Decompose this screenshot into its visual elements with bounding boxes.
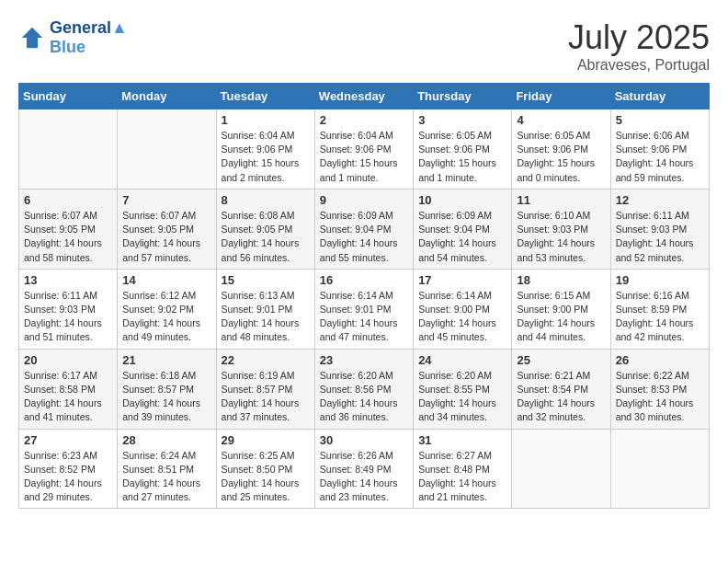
day-info: Sunrise: 6:09 AMSunset: 9:04 PMDaylight:… — [418, 209, 506, 265]
calendar-cell: 21 Sunrise: 6:18 AMSunset: 8:57 PMDaylig… — [118, 349, 216, 429]
calendar-cell — [19, 109, 118, 190]
col-wednesday: Wednesday — [314, 84, 413, 109]
day-info: Sunrise: 6:07 AMSunset: 9:05 PMDaylight:… — [122, 209, 210, 265]
day-info: Sunrise: 6:24 AMSunset: 8:51 PMDaylight:… — [122, 449, 210, 505]
day-info: Sunrise: 6:14 AMSunset: 9:01 PMDaylight:… — [320, 289, 408, 345]
calendar-cell: 7 Sunrise: 6:07 AMSunset: 9:05 PMDayligh… — [118, 189, 216, 269]
logo-icon — [18, 24, 46, 52]
col-friday: Friday — [512, 84, 610, 109]
day-number: 7 — [122, 193, 210, 207]
day-number: 13 — [24, 273, 112, 287]
day-number: 31 — [418, 433, 506, 447]
col-sunday: Sunday — [19, 84, 118, 109]
day-number: 30 — [320, 433, 408, 447]
calendar-cell: 25 Sunrise: 6:21 AMSunset: 8:54 PMDaylig… — [512, 349, 610, 429]
day-number: 14 — [122, 273, 210, 287]
calendar-cell: 8 Sunrise: 6:08 AMSunset: 9:05 PMDayligh… — [216, 189, 314, 269]
day-info: Sunrise: 6:05 AMSunset: 9:06 PMDaylight:… — [418, 129, 506, 185]
logo-text: General▲ Blue — [50, 18, 128, 57]
day-number: 3 — [418, 113, 506, 127]
day-info: Sunrise: 6:26 AMSunset: 8:49 PMDaylight:… — [320, 449, 408, 505]
calendar-cell: 26 Sunrise: 6:22 AMSunset: 8:53 PMDaylig… — [610, 349, 709, 429]
calendar-cell: 10 Sunrise: 6:09 AMSunset: 9:04 PMDaylig… — [414, 189, 512, 269]
day-info: Sunrise: 6:05 AMSunset: 9:06 PMDaylight:… — [517, 129, 605, 185]
day-number: 17 — [418, 273, 506, 287]
day-info: Sunrise: 6:15 AMSunset: 9:00 PMDaylight:… — [517, 289, 605, 345]
logo: General▲ Blue — [18, 18, 128, 57]
page-header: General▲ Blue July 2025 Abraveses, Portu… — [18, 18, 710, 74]
calendar-week-5: 27 Sunrise: 6:23 AMSunset: 8:52 PMDaylig… — [19, 429, 710, 509]
day-number: 4 — [517, 113, 605, 127]
day-info: Sunrise: 6:07 AMSunset: 9:05 PMDaylight:… — [24, 209, 112, 265]
day-info: Sunrise: 6:10 AMSunset: 9:03 PMDaylight:… — [517, 209, 605, 265]
day-info: Sunrise: 6:20 AMSunset: 8:56 PMDaylight:… — [320, 369, 408, 425]
day-info: Sunrise: 6:17 AMSunset: 8:58 PMDaylight:… — [24, 369, 112, 425]
day-info: Sunrise: 6:18 AMSunset: 8:57 PMDaylight:… — [122, 369, 210, 425]
day-info: Sunrise: 6:16 AMSunset: 8:59 PMDaylight:… — [616, 289, 704, 345]
day-info: Sunrise: 6:04 AMSunset: 9:06 PMDaylight:… — [320, 129, 408, 185]
day-info: Sunrise: 6:11 AMSunset: 9:03 PMDaylight:… — [24, 289, 112, 345]
col-monday: Monday — [118, 84, 216, 109]
calendar-week-1: 1 Sunrise: 6:04 AMSunset: 9:06 PMDayligh… — [19, 109, 710, 190]
calendar-week-3: 13 Sunrise: 6:11 AMSunset: 9:03 PMDaylig… — [19, 269, 710, 349]
calendar-cell: 4 Sunrise: 6:05 AMSunset: 9:06 PMDayligh… — [512, 109, 610, 190]
day-info: Sunrise: 6:08 AMSunset: 9:05 PMDaylight:… — [222, 209, 310, 265]
calendar-cell: 1 Sunrise: 6:04 AMSunset: 9:06 PMDayligh… — [216, 109, 314, 190]
day-number: 2 — [320, 113, 408, 127]
day-number: 8 — [222, 193, 310, 207]
day-number: 11 — [517, 193, 605, 207]
calendar-table: Sunday Monday Tuesday Wednesday Thursday… — [18, 83, 710, 509]
calendar-cell — [118, 109, 216, 190]
calendar-cell: 2 Sunrise: 6:04 AMSunset: 9:06 PMDayligh… — [314, 109, 413, 190]
title-block: July 2025 Abraveses, Portugal — [568, 18, 710, 74]
day-info: Sunrise: 6:19 AMSunset: 8:57 PMDaylight:… — [222, 369, 310, 425]
calendar-cell: 22 Sunrise: 6:19 AMSunset: 8:57 PMDaylig… — [216, 349, 314, 429]
svg-marker-0 — [22, 28, 43, 49]
calendar-cell: 9 Sunrise: 6:09 AMSunset: 9:04 PMDayligh… — [314, 189, 413, 269]
calendar-cell: 31 Sunrise: 6:27 AMSunset: 8:48 PMDaylig… — [414, 429, 512, 509]
day-number: 18 — [517, 273, 605, 287]
day-number: 23 — [320, 353, 408, 367]
calendar-cell: 23 Sunrise: 6:20 AMSunset: 8:56 PMDaylig… — [314, 349, 413, 429]
day-info: Sunrise: 6:14 AMSunset: 9:00 PMDaylight:… — [418, 289, 506, 345]
calendar-cell: 5 Sunrise: 6:06 AMSunset: 9:06 PMDayligh… — [610, 109, 709, 190]
day-info: Sunrise: 6:09 AMSunset: 9:04 PMDaylight:… — [320, 209, 408, 265]
calendar-cell: 15 Sunrise: 6:13 AMSunset: 9:01 PMDaylig… — [216, 269, 314, 349]
calendar-cell: 3 Sunrise: 6:05 AMSunset: 9:06 PMDayligh… — [414, 109, 512, 190]
day-info: Sunrise: 6:06 AMSunset: 9:06 PMDaylight:… — [616, 129, 704, 185]
day-number: 24 — [418, 353, 506, 367]
day-info: Sunrise: 6:22 AMSunset: 8:53 PMDaylight:… — [616, 369, 704, 425]
calendar-cell: 24 Sunrise: 6:20 AMSunset: 8:55 PMDaylig… — [414, 349, 512, 429]
day-info: Sunrise: 6:20 AMSunset: 8:55 PMDaylight:… — [418, 369, 506, 425]
calendar-cell: 29 Sunrise: 6:25 AMSunset: 8:50 PMDaylig… — [216, 429, 314, 509]
calendar-cell: 17 Sunrise: 6:14 AMSunset: 9:00 PMDaylig… — [414, 269, 512, 349]
day-info: Sunrise: 6:23 AMSunset: 8:52 PMDaylight:… — [24, 449, 112, 505]
day-number: 20 — [24, 353, 112, 367]
header-row: Sunday Monday Tuesday Wednesday Thursday… — [19, 84, 710, 109]
day-info: Sunrise: 6:11 AMSunset: 9:03 PMDaylight:… — [616, 209, 704, 265]
calendar-cell — [610, 429, 709, 509]
day-number: 25 — [517, 353, 605, 367]
day-number: 16 — [320, 273, 408, 287]
day-number: 27 — [24, 433, 112, 447]
day-info: Sunrise: 6:12 AMSunset: 9:02 PMDaylight:… — [122, 289, 210, 345]
calendar-cell: 14 Sunrise: 6:12 AMSunset: 9:02 PMDaylig… — [118, 269, 216, 349]
calendar-cell: 16 Sunrise: 6:14 AMSunset: 9:01 PMDaylig… — [314, 269, 413, 349]
day-info: Sunrise: 6:04 AMSunset: 9:06 PMDaylight:… — [222, 129, 310, 185]
calendar-cell — [512, 429, 610, 509]
day-number: 19 — [616, 273, 704, 287]
day-number: 15 — [222, 273, 310, 287]
day-info: Sunrise: 6:27 AMSunset: 8:48 PMDaylight:… — [418, 449, 506, 505]
day-info: Sunrise: 6:21 AMSunset: 8:54 PMDaylight:… — [517, 369, 605, 425]
calendar-week-2: 6 Sunrise: 6:07 AMSunset: 9:05 PMDayligh… — [19, 189, 710, 269]
calendar-cell: 11 Sunrise: 6:10 AMSunset: 9:03 PMDaylig… — [512, 189, 610, 269]
day-number: 28 — [122, 433, 210, 447]
day-number: 10 — [418, 193, 506, 207]
col-thursday: Thursday — [414, 84, 512, 109]
day-number: 12 — [616, 193, 704, 207]
day-number: 29 — [222, 433, 310, 447]
calendar-cell: 28 Sunrise: 6:24 AMSunset: 8:51 PMDaylig… — [118, 429, 216, 509]
day-number: 9 — [320, 193, 408, 207]
location-subtitle: Abraveses, Portugal — [568, 57, 710, 74]
day-number: 1 — [222, 113, 310, 127]
